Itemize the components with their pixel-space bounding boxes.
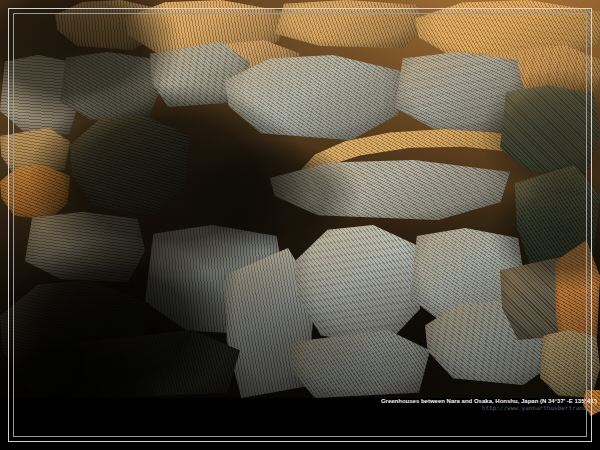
- greenhouse-patch: [80, 330, 240, 398]
- greenhouse-patch: [0, 165, 70, 220]
- greenhouse-patch: [70, 115, 190, 215]
- greenhouse-patch: [540, 330, 600, 398]
- greenhouse-patch: [270, 160, 510, 220]
- photo-caption: Greenhouses between Nara and Osaka, Hons…: [381, 398, 597, 411]
- greenhouse-patch: [500, 85, 600, 175]
- greenhouse-patch: [225, 55, 405, 140]
- greenhouse-patch: [25, 212, 145, 282]
- caption-url: http://www.yannarthusbertrand.org: [381, 405, 600, 411]
- greenhouse-patch: [295, 225, 425, 345]
- greenhouse-patch: [290, 330, 430, 398]
- greenhouse-patch: [275, 0, 425, 48]
- aerial-photo: [0, 0, 600, 398]
- wallpaper: Greenhouses between Nara and Osaka, Hons…: [0, 0, 600, 450]
